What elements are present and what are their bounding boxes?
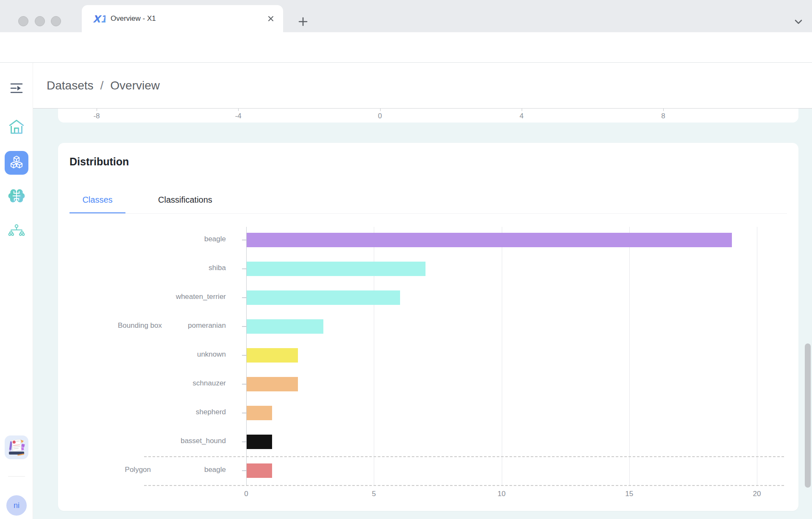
sidebar-item-datasets[interactable] — [5, 151, 28, 175]
svg-text:X1: X1 — [93, 14, 106, 25]
top-axis-label: 4 — [509, 112, 534, 120]
top-axis-tick — [380, 109, 381, 111]
plus-icon — [297, 16, 309, 28]
breadcrumb: Datasets / Overview — [47, 63, 160, 108]
gridline — [502, 227, 502, 485]
sidebar-item-home[interactable] — [0, 118, 33, 136]
row-tick — [242, 268, 246, 269]
top-axis-tick — [663, 109, 664, 111]
breadcrumb-page: Overview — [110, 79, 160, 92]
new-tab-button[interactable] — [297, 15, 309, 28]
browser-tab[interactable]: X1 Overview - X1 — [82, 5, 283, 32]
gridline — [629, 227, 630, 485]
gridline — [757, 227, 757, 485]
x-axis-label: 20 — [744, 490, 770, 498]
distribution-card: Distribution Classes Classifications 051… — [58, 143, 798, 511]
row-tick — [242, 413, 246, 413]
category-label: beagle — [107, 235, 226, 243]
x-axis-label: 10 — [489, 490, 514, 498]
row-tick — [242, 441, 246, 442]
category-label: shiba — [107, 264, 226, 272]
sidebar-divider — [8, 476, 25, 477]
bar-shepherd — [247, 406, 272, 420]
category-label: schnauzer — [107, 379, 226, 388]
tab-search-button[interactable] — [793, 17, 804, 27]
category-label: shepherd — [107, 408, 226, 416]
traffic-light-minimize[interactable] — [35, 16, 45, 26]
main-area: Datasets / Overview -8-4048 Distribution… — [33, 63, 812, 519]
row-tick — [242, 384, 246, 385]
bar-shiba — [247, 262, 425, 276]
group-label: Polygon — [58, 466, 151, 474]
sidebar-item-docs[interactable] — [5, 435, 28, 459]
top-chart-card: -8-4048 — [58, 109, 798, 123]
home-icon — [7, 118, 26, 136]
bar-wheaten_terrier — [247, 290, 400, 305]
top-axis-tick — [238, 109, 239, 111]
group-label: Bounding box — [69, 321, 162, 330]
sidebar-toggle[interactable] — [0, 81, 33, 95]
x1-logo-icon: X1 — [93, 12, 106, 25]
section-separator — [144, 456, 784, 457]
top-axis-label: -4 — [225, 112, 251, 120]
bar-beagle — [247, 463, 272, 478]
bar-schnauzer — [247, 377, 298, 391]
page-header: Datasets / Overview — [33, 63, 812, 109]
app-viewport: ni Datasets / Overview -8-4048 Distribut… — [0, 63, 812, 519]
row-tick — [242, 240, 246, 240]
top-axis-label: -8 — [84, 112, 109, 120]
top-axis-label: 8 — [651, 112, 676, 120]
chevron-down-icon — [793, 18, 804, 26]
x-axis-label: 15 — [617, 490, 642, 498]
tab-title: Overview - X1 — [111, 14, 267, 23]
category-label: unknown — [107, 350, 226, 359]
x-axis-label: 0 — [234, 490, 259, 498]
breadcrumb-section[interactable]: Datasets — [47, 79, 94, 92]
bar-beagle — [247, 233, 732, 247]
top-axis-label: 0 — [367, 112, 393, 120]
sidebar-item-ontology[interactable] — [0, 223, 33, 238]
sidebar: ni — [0, 63, 33, 519]
brain-icon — [8, 187, 25, 204]
top-axis-tick — [522, 109, 522, 111]
row-tick — [242, 355, 246, 356]
tab-strip: X1 Overview - X1 — [0, 0, 812, 32]
x-axis-label: 5 — [361, 490, 387, 498]
tab-close-icon[interactable] — [267, 15, 275, 22]
section-separator — [144, 485, 784, 486]
category-label: basset_hound — [107, 437, 226, 445]
browser-toolbar: xtreme1. .com/#/datasets/overview?id=766… — [0, 32, 812, 63]
row-tick — [242, 470, 246, 471]
page-content: -8-4048 Distribution Classes Classificat… — [33, 109, 812, 519]
cubes-icon — [8, 154, 25, 171]
bar-basset_hound — [247, 435, 272, 449]
traffic-light-close[interactable] — [18, 16, 28, 26]
bar-unknown — [247, 348, 298, 363]
traffic-light-zoom[interactable] — [51, 16, 61, 26]
breadcrumb-separator: / — [100, 79, 104, 92]
row-tick — [242, 326, 246, 327]
sidebar-user-avatar[interactable]: ni — [6, 495, 27, 516]
category-label: wheaten_terrier — [107, 293, 226, 301]
bar-pomeranian — [247, 319, 323, 334]
tree-icon — [7, 223, 26, 238]
docs-icon — [5, 435, 28, 459]
top-axis-tick — [97, 109, 97, 111]
collapse-icon — [9, 81, 24, 95]
sidebar-item-models[interactable] — [0, 187, 33, 204]
classes-bar-chart: 05101520beagleshibawheaten_terrierpomera… — [58, 143, 798, 511]
row-tick — [242, 297, 246, 298]
scrollbar-thumb[interactable] — [805, 343, 811, 488]
